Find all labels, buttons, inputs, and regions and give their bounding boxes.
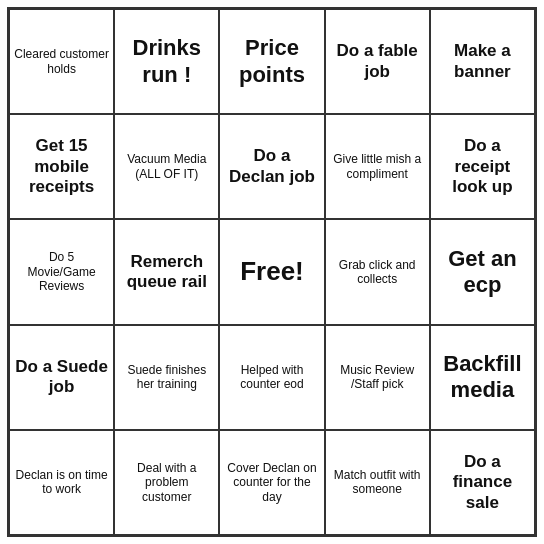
cell-text-r0c2: Price points (224, 35, 319, 88)
cell-text-r4c2: Cover Declan on counter for the day (224, 461, 319, 504)
cell-r1c0: Get 15 mobile receipts (9, 114, 114, 219)
cell-r2c4: Get an ecp (430, 219, 535, 324)
cell-text-r4c4: Do a finance sale (435, 452, 530, 513)
cell-text-r4c3: Match outfit with someone (330, 468, 425, 497)
cell-r3c1: Suede finishes her training (114, 325, 219, 430)
cell-r2c1: Remerch queue rail (114, 219, 219, 324)
cell-r4c0: Declan is on time to work (9, 430, 114, 535)
cell-text-r4c1: Deal with a problem customer (119, 461, 214, 504)
cell-r0c0: Cleared customer holds (9, 9, 114, 114)
cell-text-r2c0: Do 5 Movie/Game Reviews (14, 250, 109, 293)
cell-text-r0c4: Make a banner (435, 41, 530, 82)
cell-r0c2: Price points (219, 9, 324, 114)
bingo-board: Cleared customer holdsDrinks run !Price … (7, 7, 537, 537)
cell-r1c1: Vacuum Media (ALL OF IT) (114, 114, 219, 219)
cell-text-r3c1: Suede finishes her training (119, 363, 214, 392)
cell-r4c3: Match outfit with someone (325, 430, 430, 535)
cell-text-r1c2: Do a Declan job (224, 146, 319, 187)
cell-r2c2: Free! (219, 219, 324, 324)
cell-text-r2c2: Free! (240, 256, 304, 287)
cell-r3c3: Music Review /Staff pick (325, 325, 430, 430)
cell-text-r2c1: Remerch queue rail (119, 252, 214, 293)
cell-r4c1: Deal with a problem customer (114, 430, 219, 535)
cell-text-r3c0: Do a Suede job (14, 357, 109, 398)
cell-r2c0: Do 5 Movie/Game Reviews (9, 219, 114, 324)
cell-text-r3c2: Helped with counter eod (224, 363, 319, 392)
cell-text-r2c3: Grab click and collects (330, 258, 425, 287)
cell-r3c2: Helped with counter eod (219, 325, 324, 430)
cell-r3c0: Do a Suede job (9, 325, 114, 430)
cell-text-r3c3: Music Review /Staff pick (330, 363, 425, 392)
cell-r1c4: Do a receipt look up (430, 114, 535, 219)
cell-text-r0c3: Do a fable job (330, 41, 425, 82)
cell-r4c4: Do a finance sale (430, 430, 535, 535)
cell-text-r0c1: Drinks run ! (119, 35, 214, 88)
cell-text-r1c1: Vacuum Media (ALL OF IT) (119, 152, 214, 181)
cell-r4c2: Cover Declan on counter for the day (219, 430, 324, 535)
cell-text-r1c4: Do a receipt look up (435, 136, 530, 197)
cell-r3c4: Backfill media (430, 325, 535, 430)
cell-r1c2: Do a Declan job (219, 114, 324, 219)
cell-r0c1: Drinks run ! (114, 9, 219, 114)
cell-r1c3: Give little mish a compliment (325, 114, 430, 219)
cell-text-r0c0: Cleared customer holds (14, 47, 109, 76)
cell-text-r3c4: Backfill media (435, 351, 530, 404)
cell-r0c4: Make a banner (430, 9, 535, 114)
cell-text-r2c4: Get an ecp (435, 246, 530, 299)
cell-text-r1c0: Get 15 mobile receipts (14, 136, 109, 197)
cell-r2c3: Grab click and collects (325, 219, 430, 324)
cell-text-r4c0: Declan is on time to work (14, 468, 109, 497)
cell-text-r1c3: Give little mish a compliment (330, 152, 425, 181)
cell-r0c3: Do a fable job (325, 9, 430, 114)
